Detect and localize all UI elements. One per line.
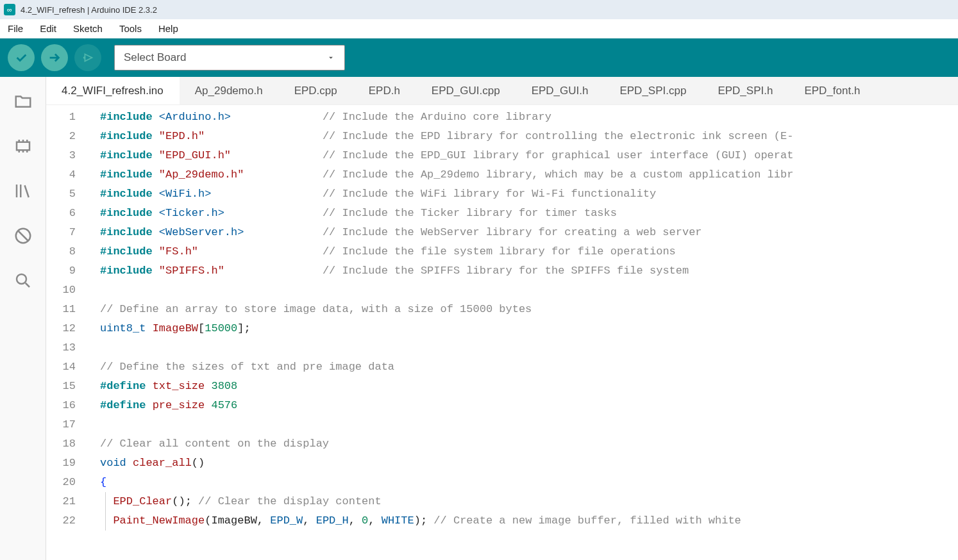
menubar: File Edit Sketch Tools Help <box>0 19 958 38</box>
code-line[interactable]: { <box>100 473 958 492</box>
verify-button[interactable] <box>8 44 35 71</box>
titlebar: 4.2_WIFI_refresh | Arduino IDE 2.3.2 <box>0 0 958 19</box>
line-number: 12 <box>46 319 76 338</box>
line-number: 5 <box>46 185 76 204</box>
tab-epd-h[interactable]: EPD.h <box>353 77 416 104</box>
toolbar: Select Board <box>0 38 958 77</box>
line-number: 15 <box>46 377 76 396</box>
code-line[interactable] <box>100 281 958 300</box>
line-number: 6 <box>46 204 76 223</box>
tab-epd-cpp[interactable]: EPD.cpp <box>279 77 353 104</box>
code-line[interactable]: #include "EPD_GUI.h" // Include the EPD_… <box>100 146 958 165</box>
chevron-down-icon <box>326 53 335 62</box>
code-line[interactable]: #include <WebServer.h> // Include the We… <box>100 223 958 242</box>
code-line[interactable]: Paint_NewImage(ImageBW, EPD_W, EPD_H, 0,… <box>100 511 958 531</box>
upload-button[interactable] <box>41 44 68 71</box>
window-title: 4.2_WIFI_refresh | Arduino IDE 2.3.2 <box>21 5 157 15</box>
line-number: 2 <box>46 127 76 146</box>
board-icon <box>13 136 33 156</box>
code-line[interactable] <box>100 338 958 358</box>
debug-button[interactable] <box>74 44 101 71</box>
code-line[interactable]: #include <Ticker.h> // Include the Ticke… <box>100 204 958 223</box>
code-line[interactable]: #include "Ap_29demo.h" // Include the Ap… <box>100 165 958 185</box>
code-content[interactable]: #include <Arduino.h> // Include the Ardu… <box>90 105 958 560</box>
line-number: 1 <box>46 108 76 127</box>
code-line[interactable]: // Define the sizes of txt and pre image… <box>100 358 958 377</box>
code-line[interactable]: #include "SPIFFS.h" // Include the SPIFF… <box>100 261 958 281</box>
board-select[interactable]: Select Board <box>114 45 345 70</box>
line-number: 3 <box>46 146 76 165</box>
line-number: 14 <box>46 358 76 377</box>
tab-epd-gui-cpp[interactable]: EPD_GUI.cpp <box>416 77 516 104</box>
debug-icon <box>81 51 95 65</box>
code-line[interactable]: // Clear all content on the display <box>100 434 958 454</box>
code-editor[interactable]: 12345678910111213141516171819202122 #inc… <box>46 105 958 560</box>
board-select-label: Select Board <box>124 51 186 64</box>
line-number: 22 <box>46 511 76 531</box>
gutter: 12345678910111213141516171819202122 <box>46 105 90 560</box>
no-entry-icon <box>13 226 33 245</box>
code-line[interactable]: uint8_t ImageBW[15000]; <box>100 319 958 338</box>
arduino-icon <box>4 4 15 15</box>
line-number: 9 <box>46 261 76 281</box>
tab-epd-font-h[interactable]: EPD_font.h <box>789 77 876 104</box>
code-line[interactable] <box>100 415 958 434</box>
debug-panel-button[interactable] <box>10 223 36 249</box>
line-number: 18 <box>46 434 76 454</box>
code-line[interactable]: #include <WiFi.h> // Include the WiFi li… <box>100 185 958 204</box>
board-manager-button[interactable] <box>10 133 36 159</box>
tab-epd-gui-h[interactable]: EPD_GUI.h <box>516 77 605 104</box>
menu-tools[interactable]: Tools <box>117 22 144 35</box>
code-line[interactable]: #define txt_size 3808 <box>100 377 958 396</box>
svg-rect-1 <box>17 142 29 151</box>
tab-ap-29demo-h[interactable]: Ap_29demo.h <box>180 77 279 104</box>
line-number: 11 <box>46 300 76 319</box>
search-icon <box>13 271 33 290</box>
line-number: 10 <box>46 281 76 300</box>
menu-help[interactable]: Help <box>156 22 181 35</box>
menu-sketch[interactable]: Sketch <box>71 22 105 35</box>
code-line[interactable]: #include <Arduino.h> // Include the Ardu… <box>100 108 958 127</box>
tabs: 4.2_WIFI_refresh.inoAp_29demo.hEPD.cppEP… <box>46 77 958 105</box>
sketchbook-button[interactable] <box>10 88 36 114</box>
menu-edit[interactable]: Edit <box>37 22 59 35</box>
editor-area: 4.2_WIFI_refresh.inoAp_29demo.hEPD.cppEP… <box>46 77 958 560</box>
check-icon <box>14 51 28 65</box>
library-icon <box>13 181 33 201</box>
tab-epd-spi-cpp[interactable]: EPD_SPI.cpp <box>604 77 702 104</box>
menu-file[interactable]: File <box>5 22 26 35</box>
svg-point-3 <box>17 274 26 284</box>
line-number: 8 <box>46 242 76 261</box>
code-line[interactable]: // Define an array to store image data, … <box>100 300 958 319</box>
code-line[interactable]: #define pre_size 4576 <box>100 396 958 415</box>
code-line[interactable]: void clear_all() <box>100 454 958 473</box>
tab-epd-spi-h[interactable]: EPD_SPI.h <box>702 77 789 104</box>
code-line[interactable]: EPD_Clear(); // Clear the display conten… <box>100 492 958 511</box>
svg-point-0 <box>83 56 86 59</box>
code-line[interactable]: #include "EPD.h" // Include the EPD libr… <box>100 127 958 146</box>
line-number: 20 <box>46 473 76 492</box>
line-number: 4 <box>46 165 76 185</box>
search-button[interactable] <box>10 268 36 293</box>
main: 4.2_WIFI_refresh.inoAp_29demo.hEPD.cppEP… <box>0 77 958 560</box>
line-number: 7 <box>46 223 76 242</box>
line-number: 13 <box>46 338 76 358</box>
line-number: 19 <box>46 454 76 473</box>
folder-icon <box>13 92 33 111</box>
sidebar <box>0 77 46 560</box>
library-manager-button[interactable] <box>10 178 36 204</box>
tab-4-2-wifi-refresh-ino[interactable]: 4.2_WIFI_refresh.ino <box>46 77 180 104</box>
arrow-right-icon <box>47 51 62 65</box>
line-number: 16 <box>46 396 76 415</box>
code-line[interactable]: #include "FS.h" // Include the file syst… <box>100 242 958 261</box>
line-number: 21 <box>46 492 76 511</box>
line-number: 17 <box>46 415 76 434</box>
